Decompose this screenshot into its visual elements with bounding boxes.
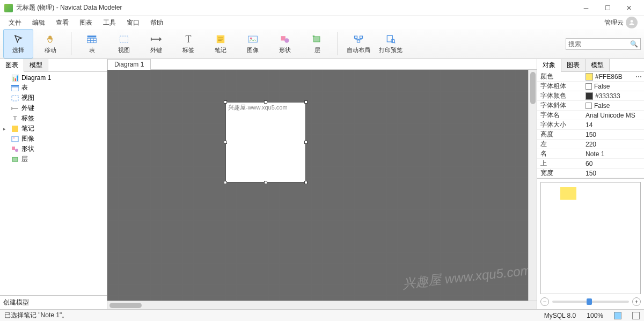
tree-item-fk[interactable]: 外键 [1,103,106,113]
status-toggle-1[interactable] [614,312,621,319]
tool-select[interactable]: 选择 [3,29,33,59]
horizontal-scrollbar[interactable] [107,301,537,309]
prop-value[interactable]: 150 [586,170,644,177]
tool-move[interactable]: 移动 [35,29,65,59]
tree-item-shape[interactable]: 形状 [1,144,106,154]
prop-value[interactable]: #333333 [586,92,644,100]
left-tab-model[interactable]: 模型 [24,59,48,71]
resize-handle-w[interactable] [224,141,227,144]
prop-value[interactable]: Note 1 [586,150,644,158]
prop-row[interactable]: 上60 [537,159,644,169]
tool-print-preview[interactable]: 打印预览 [376,29,406,59]
chevron-right-icon[interactable]: ▸ [3,126,9,132]
menu-help[interactable]: 帮助 [145,17,169,28]
minimize-button[interactable]: ─ [575,1,597,16]
prop-row[interactable]: 高度150 [537,130,644,140]
svg-rect-35 [12,147,15,150]
zoom-out-button[interactable]: − [540,297,549,306]
resize-handle-ne[interactable] [304,100,308,104]
hand-icon [45,33,56,45]
menu-view[interactable]: 查看 [50,17,74,28]
minimap-canvas[interactable] [540,182,641,294]
search-box[interactable]: 🔍 [566,38,641,50]
tool-foreign-key[interactable]: 外键 [141,29,171,59]
resize-handle-sw[interactable] [224,181,227,184]
search-input[interactable] [568,40,628,48]
svg-rect-1 [87,35,97,37]
resize-handle-s[interactable] [264,181,267,184]
prop-value[interactable]: Arial Unicode MS [586,112,644,119]
tree-item-view[interactable]: 视图 [1,93,106,103]
svg-rect-29 [12,96,18,101]
prop-value[interactable]: 14 [586,121,644,129]
tool-shape[interactable]: 形状 [270,29,300,59]
right-tab-object[interactable]: 对象 [537,59,561,72]
prop-row[interactable]: 名Note 1 [537,149,644,159]
left-tabs: 图表 模型 [0,59,107,72]
prop-value[interactable]: 60 [586,160,644,167]
create-model[interactable]: 创建模型 [0,295,107,309]
prop-value[interactable]: #FFE86B ⋯ [586,73,644,81]
right-tab-model[interactable]: 模型 [586,59,610,71]
app-icon [4,4,13,12]
canvas-tab-diagram1[interactable]: Diagram 1 [107,59,151,70]
tree-item-note[interactable]: ▸笔记 [1,123,106,134]
account-label: 管理云 [604,18,624,27]
menu-file[interactable]: 文件 [3,17,27,28]
tool-note[interactable]: 笔记 [206,29,236,59]
prop-row[interactable]: 颜色#FFE86B ⋯ [537,72,644,82]
prop-row[interactable]: 左220 [537,140,644,149]
tree-item-label[interactable]: T标签 [1,113,106,123]
tree-item-table[interactable]: 表 [1,83,106,93]
checkbox-icon[interactable] [586,103,592,109]
tool-table[interactable]: 表 [77,29,107,59]
canvas[interactable]: 兴趣屋-www.xqu5.com 兴趣屋 www.xqu5.com [107,70,537,301]
prop-value[interactable]: False [586,102,644,110]
menu-edit[interactable]: 编辑 [27,17,50,28]
tree-item-diagram1[interactable]: 📊Diagram 1 [1,73,106,83]
status-toggle-2[interactable] [632,312,640,319]
maximize-button[interactable]: ☐ [597,1,618,16]
left-tab-diagram[interactable]: 图表 [0,59,24,72]
tool-label[interactable]: T 标签 [173,29,203,59]
resize-handle-se[interactable] [304,181,308,184]
tool-layer[interactable]: 层 [302,29,332,59]
zoom-slider[interactable] [552,301,629,303]
resize-handle-nw[interactable] [224,100,227,104]
shape-icon [279,33,291,45]
vertical-scrollbar[interactable] [528,70,537,301]
prop-row[interactable]: 宽度150 [537,169,644,178]
prop-value[interactable]: 220 [586,141,644,148]
prop-row[interactable]: 字体颜色#333333 [537,91,644,101]
right-tab-diagram[interactable]: 图表 [561,59,586,71]
close-button[interactable]: ✕ [618,1,640,16]
label-icon: T [182,33,194,45]
menu-tools[interactable]: 工具 [98,17,121,28]
tree-item-image[interactable]: 图像 [1,134,106,144]
prop-value[interactable]: 150 [586,131,644,138]
prop-row[interactable]: 字体大小14 [537,120,644,130]
tool-image[interactable]: 图像 [238,29,268,59]
prop-value[interactable]: False [586,83,644,90]
canvas-area: Diagram 1 兴趣屋-www.xqu5.com 兴趣屋 www.xqu5.… [107,59,537,309]
prop-row[interactable]: 字体粗体False [537,82,644,91]
checkbox-icon[interactable] [586,83,592,90]
tree-item-layer[interactable]: 层 [1,154,106,164]
resize-handle-e[interactable] [304,141,308,144]
right-tabs: 对象 图表 模型 [537,59,644,72]
account-area[interactable]: 管理云 [604,17,641,28]
menu-diagram[interactable]: 图表 [74,17,98,28]
tool-view[interactable]: 视图 [109,29,139,59]
diagram-icon: 📊 [11,74,19,82]
menu-window[interactable]: 窗口 [121,17,145,28]
tool-auto-layout[interactable]: 自动布局 [343,29,374,59]
prop-row[interactable]: 字体斜体False [537,101,644,111]
resize-handle-n[interactable] [264,100,267,104]
prop-row[interactable]: 字体名Arial Unicode MS [537,111,644,120]
note-text[interactable]: 兴趣屋-www.xqu5.com [226,103,305,113]
zoom-in-button[interactable]: + [632,297,641,306]
svg-rect-22 [360,36,363,38]
table-icon [11,84,19,92]
image-icon [11,135,19,143]
note-object[interactable]: 兴趣屋-www.xqu5.com [225,102,306,183]
